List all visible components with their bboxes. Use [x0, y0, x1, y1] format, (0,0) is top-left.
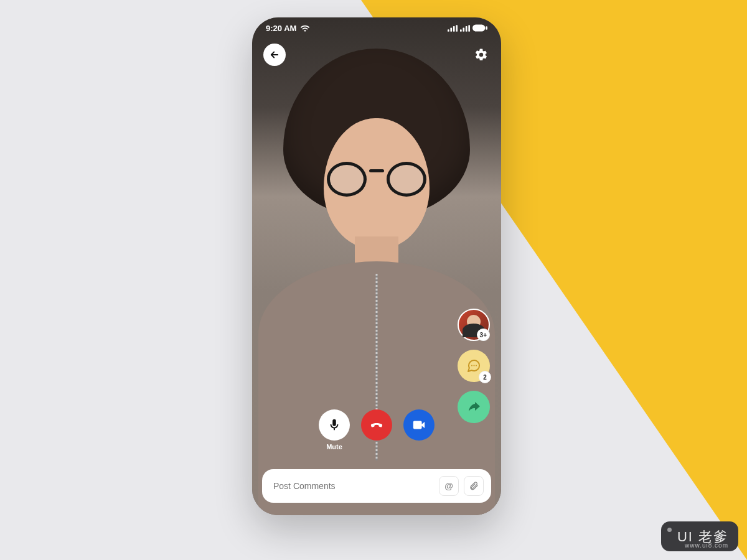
svg-rect-1: [450, 27, 452, 31]
svg-rect-6: [466, 26, 467, 31]
svg-rect-0: [448, 29, 449, 32]
watermark: UI 老爹 www.ui8.com: [661, 521, 738, 551]
svg-rect-4: [460, 29, 462, 32]
signal-icon: [448, 25, 458, 32]
svg-point-11: [474, 365, 475, 366]
svg-point-10: [471, 365, 472, 366]
end-call-button[interactable]: [361, 409, 392, 441]
chat-icon: [466, 358, 481, 373]
participant-avatar[interactable]: 3+: [458, 309, 490, 341]
status-time: 9:20 AM: [266, 24, 296, 33]
video-toggle-button[interactable]: [403, 409, 435, 441]
battery-icon: [472, 24, 487, 32]
video-icon: [412, 418, 426, 432]
svg-rect-7: [468, 25, 470, 32]
chat-count-badge: 2: [479, 371, 491, 383]
mention-button[interactable]: @: [439, 476, 459, 496]
svg-point-12: [476, 365, 477, 366]
svg-rect-8: [472, 24, 485, 31]
participants-count-badge: 3+: [477, 329, 490, 341]
paperclip-icon: [469, 481, 479, 491]
svg-rect-3: [456, 25, 458, 32]
watermark-url: www.ui8.com: [685, 542, 728, 549]
at-icon: @: [444, 481, 453, 491]
phone-hangup-icon: [369, 418, 384, 432]
back-button[interactable]: [263, 44, 286, 66]
svg-rect-2: [453, 26, 455, 31]
signal-icon-2: [460, 25, 470, 32]
mute-label: Mute: [326, 443, 342, 450]
svg-rect-5: [463, 27, 464, 31]
phone-frame: 9:20 AM: [252, 17, 501, 515]
wifi-icon: [300, 24, 310, 32]
settings-button[interactable]: [472, 46, 490, 63]
arrow-left-icon: [269, 49, 280, 60]
svg-rect-9: [486, 26, 487, 30]
chat-button[interactable]: 2: [458, 350, 490, 382]
gear-icon: [474, 48, 488, 62]
status-bar: 9:20 AM: [252, 17, 501, 39]
attachment-button[interactable]: [464, 476, 484, 496]
comment-input[interactable]: [273, 481, 434, 491]
microphone-icon: [327, 418, 341, 432]
mute-button[interactable]: [319, 409, 350, 441]
comment-bar: @: [262, 469, 491, 503]
